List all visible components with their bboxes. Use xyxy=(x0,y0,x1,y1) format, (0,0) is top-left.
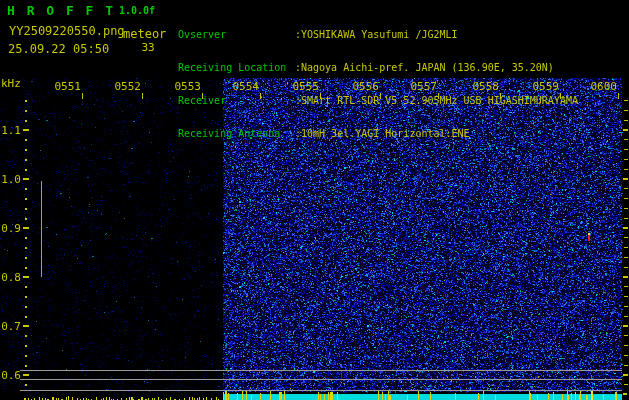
info-row-location: Receiving Location:Nagoya Aichi-pref. JA… xyxy=(178,62,578,73)
freq-tick-label: 0.9 xyxy=(0,222,21,235)
info-row-receiver: Receiver:SMArt RTL-SDR V5 52.905MHz USB … xyxy=(178,95,578,106)
freq-tick-label: 0.7 xyxy=(0,320,21,333)
info-label: Receiving Antenna xyxy=(178,128,295,139)
info-value: :SMArt RTL-SDR V5 52.905MHz USB HIGASHIM… xyxy=(295,95,578,106)
meteor-count: 33 xyxy=(138,41,158,54)
app-title: H R O F F T xyxy=(7,3,115,18)
freq-tick-label: 0.8 xyxy=(0,271,21,284)
time-tick-label: 0552 xyxy=(111,80,141,93)
freq-tick-label: 0.6 xyxy=(0,369,21,382)
info-value: :YOSHIKAWA Yasufumi /JG2MLI xyxy=(295,29,458,40)
info-value: :Nagoya Aichi-pref. JAPAN (136.90E, 35.2… xyxy=(295,62,554,73)
datetime-label: 25.09.22 05:50 xyxy=(8,42,109,56)
time-tick-label: 0556 xyxy=(349,80,379,93)
output-filename: YY2509220550.png xyxy=(9,24,125,38)
info-value: :10mH 3el.YAGI Horizontal:ENE xyxy=(295,128,470,139)
mode-label: meteor xyxy=(123,27,166,41)
time-tick-label: 0600 xyxy=(587,80,617,93)
info-row-observer: Ovserver:YOSHIKAWA Yasufumi /JG2MLI xyxy=(178,29,578,40)
freq-axis-unit: kHz xyxy=(1,77,21,90)
time-tick-label: 0555 xyxy=(289,80,319,93)
time-tick-label: 0558 xyxy=(469,80,499,93)
time-tick-label: 0557 xyxy=(407,80,437,93)
freq-tick-label: 1.0 xyxy=(0,173,21,186)
info-row-antenna: Receiving Antenna:10mH 3el.YAGI Horizont… xyxy=(178,128,578,139)
info-label: Receiver xyxy=(178,95,295,106)
info-label: Receiving Location xyxy=(178,62,295,73)
freq-tick-label: 1.1 xyxy=(0,124,21,137)
time-tick-label: 0559 xyxy=(529,80,559,93)
hrofft-window: H R O F F T 1.0.0f YY2509220550.png mete… xyxy=(0,0,629,400)
info-label: Ovserver xyxy=(178,29,295,40)
time-tick-label: 0551 xyxy=(51,80,81,93)
time-tick-label: 0554 xyxy=(229,80,259,93)
time-tick-label: 0553 xyxy=(171,80,201,93)
app-version: 1.0.0f xyxy=(119,5,155,16)
